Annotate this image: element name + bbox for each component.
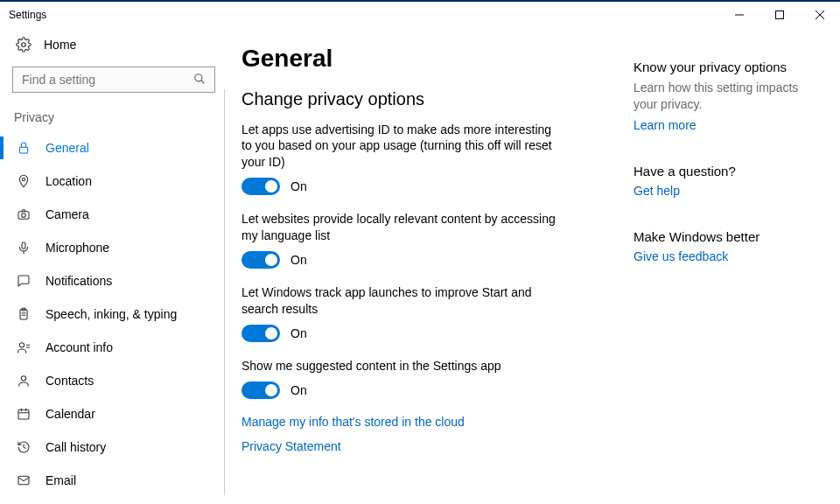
nav-item-label: Calendar: [46, 407, 95, 421]
setting-desc: Let apps use advertising ID to make ads …: [242, 122, 556, 172]
info-group-1: Have a question?Get help: [634, 164, 819, 198]
nav-item-microphone[interactable]: Microphone: [0, 231, 228, 264]
chat-icon: [16, 273, 32, 289]
nav-list: GeneralLocationCameraMicrophoneNotificat…: [0, 131, 228, 497]
nav-item-call-history[interactable]: Call history: [0, 430, 228, 464]
svg-point-10: [22, 214, 26, 218]
gear-icon: [16, 37, 32, 52]
divider: [224, 89, 225, 495]
toggle-switch[interactable]: [242, 251, 280, 269]
nav-item-label: Speech, inking, & typing: [46, 307, 177, 321]
search-input[interactable]: [20, 72, 193, 88]
toggle-state: On: [290, 253, 307, 267]
close-button[interactable]: [800, 2, 840, 28]
toggle-switch[interactable]: [242, 382, 280, 399]
nav-item-label: Microphone: [46, 241, 109, 255]
link-0[interactable]: Manage my info that's stored in the clou…: [242, 415, 592, 429]
setting-2: Let Windows track app launches to improv…: [242, 284, 592, 342]
svg-point-5: [195, 74, 202, 81]
svg-rect-7: [19, 147, 27, 153]
nav-item-speech-inking-typing[interactable]: Speech, inking, & typing: [0, 298, 228, 331]
svg-point-17: [19, 343, 24, 347]
maximize-button[interactable]: [760, 2, 800, 28]
titlebar: Settings: [0, 2, 840, 28]
svg-rect-9: [18, 212, 29, 220]
svg-point-20: [21, 376, 25, 381]
info-link[interactable]: Give us feedback: [634, 249, 819, 263]
settings-window: Settings Home: [0, 0, 840, 504]
window-title: Settings: [9, 9, 46, 21]
clipboard-icon: [16, 306, 32, 322]
svg-rect-21: [18, 410, 29, 419]
svg-point-4: [22, 43, 26, 47]
home-label: Home: [44, 38, 76, 52]
nav-item-label: Notifications: [46, 274, 112, 288]
link-1[interactable]: Privacy Statement: [242, 439, 592, 453]
info-desc: Learn how this setting impacts your priv…: [634, 80, 808, 113]
location-icon: [16, 173, 32, 189]
info-title: Make Windows better: [634, 229, 819, 244]
nav-item-label: General: [46, 141, 89, 155]
info-panel: Know your privacy optionsLearn how this …: [612, 28, 840, 504]
minimize-button[interactable]: [719, 2, 760, 28]
nav-item-location[interactable]: Location: [0, 164, 228, 198]
nav-item-camera[interactable]: Camera: [0, 198, 228, 231]
nav-item-label: Call history: [46, 440, 106, 454]
camera-icon: [16, 206, 32, 222]
section-label: Privacy: [0, 103, 228, 131]
setting-1: Let websites provide locally relevant co…: [242, 211, 592, 269]
svg-line-6: [201, 80, 205, 84]
mail-icon: [16, 472, 32, 488]
svg-rect-11: [22, 242, 25, 248]
info-group-0: Know your privacy optionsLearn how this …: [634, 60, 819, 132]
svg-rect-25: [18, 476, 29, 484]
sidebar: Home Privacy GeneralLocationCameraMicrop…: [0, 28, 228, 504]
search-icon: [193, 73, 207, 87]
info-link[interactable]: Get help: [634, 184, 819, 198]
person-icon: [16, 340, 32, 355]
calendar-icon: [16, 406, 32, 422]
main-content: General Change privacy options Let apps …: [228, 28, 612, 504]
info-group-2: Make Windows betterGive us feedback: [634, 229, 819, 263]
svg-point-8: [22, 178, 24, 180]
toggle-state: On: [290, 383, 307, 397]
toggle-state: On: [290, 326, 307, 340]
nav-item-email[interactable]: Email: [0, 464, 228, 497]
nav-item-label: Camera: [46, 207, 89, 221]
contacts-icon: [16, 373, 32, 388]
toggle-switch[interactable]: [242, 325, 280, 342]
nav-item-label: Account info: [46, 340, 113, 354]
svg-rect-1: [776, 11, 784, 19]
home-button[interactable]: Home: [0, 28, 228, 61]
setting-desc: Let websites provide locally relevant co…: [242, 211, 556, 244]
search-box[interactable]: [12, 66, 215, 93]
toggle-state: On: [290, 179, 307, 193]
nav-item-label: Location: [46, 174, 92, 188]
lock-icon: [16, 140, 32, 156]
setting-desc: Show me suggested content in the Setting…: [242, 358, 556, 374]
setting-3: Show me suggested content in the Setting…: [242, 358, 592, 399]
page-title: General: [242, 45, 592, 73]
info-title: Know your privacy options: [634, 60, 819, 74]
nav-item-general[interactable]: General: [0, 131, 228, 164]
page-subtitle: Change privacy options: [242, 89, 592, 109]
nav-item-label: Email: [46, 473, 76, 487]
nav-item-account-info[interactable]: Account info: [0, 331, 228, 364]
toggle-switch[interactable]: [242, 178, 280, 195]
nav-item-contacts[interactable]: Contacts: [0, 364, 228, 397]
info-title: Have a question?: [634, 164, 819, 178]
setting-desc: Let Windows track app launches to improv…: [242, 284, 556, 318]
mic-icon: [16, 240, 32, 256]
history-icon: [16, 439, 32, 455]
info-link[interactable]: Learn more: [634, 118, 819, 132]
nav-item-label: Contacts: [46, 374, 94, 388]
nav-item-notifications[interactable]: Notifications: [0, 264, 228, 298]
nav-item-calendar[interactable]: Calendar: [0, 397, 228, 430]
setting-0: Let apps use advertising ID to make ads …: [242, 122, 592, 196]
